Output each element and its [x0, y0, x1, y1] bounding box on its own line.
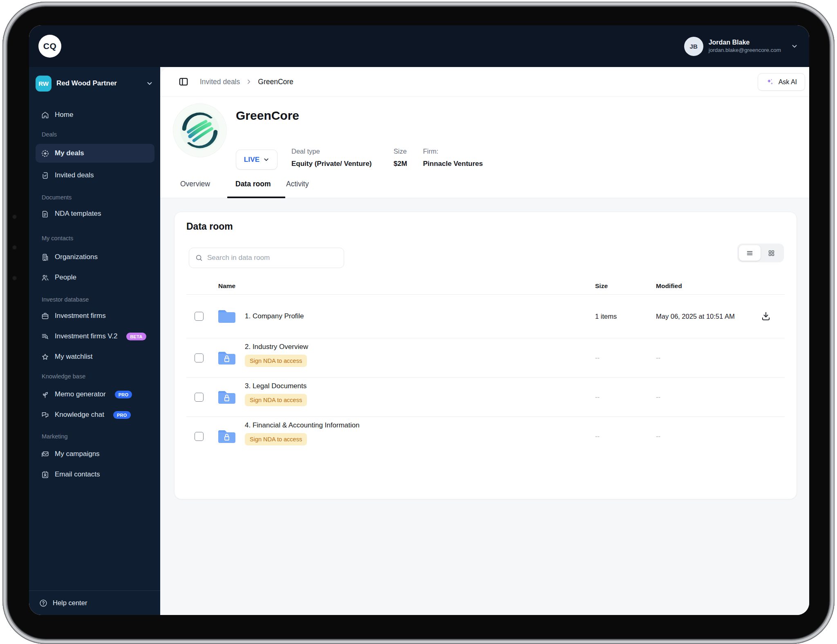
- sidebar-item-nda-templates[interactable]: NDA templates: [36, 204, 154, 223]
- row-size: --: [595, 393, 600, 401]
- tab-activity[interactable]: Activity: [286, 180, 309, 188]
- row-checkbox[interactable]: [195, 432, 204, 441]
- list-search-icon: [41, 332, 49, 341]
- sidebar-item-people[interactable]: People: [36, 268, 154, 287]
- deal-status-dropdown[interactable]: LIVE: [236, 150, 278, 170]
- greencore-logo-icon: [179, 109, 221, 152]
- sidebar-item-label: Invited deals: [55, 171, 94, 179]
- field-label: Size: [394, 147, 407, 156]
- workspace-badge: RW: [36, 76, 51, 92]
- sidebar-section-investor-database: Investor database: [42, 296, 154, 303]
- sidebar-item-label: Investment firms V.2: [55, 332, 117, 340]
- table-row[interactable]: 4. Financial & Accounting Information Si…: [175, 417, 797, 456]
- list-view-button[interactable]: [739, 245, 761, 261]
- download-icon: [761, 311, 771, 322]
- sidebar-item-my-watchlist[interactable]: My watchlist: [36, 347, 154, 366]
- user-menu[interactable]: JB Jordan Blake jordan.blake@greencore.c…: [684, 25, 798, 67]
- row-name[interactable]: 2. Industry Overview: [245, 343, 308, 351]
- app-screen: CQ JB Jordan Blake jordan.blake@greencor…: [29, 25, 809, 615]
- sidebar-section-marketing: Marketing: [42, 433, 154, 440]
- panel-toggle-icon[interactable]: [178, 76, 189, 87]
- table-row[interactable]: 2. Industry Overview Sign NDA to access …: [175, 338, 797, 378]
- side-button: [12, 215, 17, 219]
- field-value: Equity (Private/ Venture): [291, 159, 372, 168]
- download-button[interactable]: [761, 311, 771, 322]
- sidebar-item-label: Investment firms: [55, 312, 106, 320]
- chevron-down-icon: [791, 43, 798, 49]
- row-checkbox[interactable]: [195, 312, 204, 321]
- field-label: Deal type: [291, 147, 372, 156]
- user-name: Jordan Blake: [709, 38, 781, 47]
- sidebar-item-my-deals[interactable]: My deals: [36, 144, 154, 163]
- sidebar-item-my-campaigns[interactable]: My campaigns: [36, 445, 154, 463]
- sidebar-item-email-contacts[interactable]: Email contacts: [36, 465, 154, 484]
- sidebar-item-label: Home: [55, 111, 73, 119]
- workspace-switcher[interactable]: RW Red Wood Partner: [36, 74, 154, 93]
- search-icon: [195, 254, 203, 262]
- grid-view-button[interactable]: [761, 245, 782, 261]
- column-size: Size: [595, 282, 608, 290]
- contact-card-icon: [41, 470, 49, 479]
- row-size: --: [595, 432, 600, 440]
- sidebar-item-label: NDA templates: [55, 210, 101, 218]
- row-name[interactable]: 1. Company Profile: [245, 312, 304, 320]
- folder-icon: [217, 308, 237, 324]
- row-modified: May 06, 2025 at 10:51 AM: [656, 313, 735, 320]
- pro-badge: PRO: [113, 411, 131, 419]
- locked-folder-icon: [217, 428, 237, 445]
- sparkles-icon: [766, 78, 774, 86]
- row-name[interactable]: 4. Financial & Accounting Information: [245, 421, 360, 429]
- breadcrumb-parent[interactable]: Invited deals: [200, 78, 240, 86]
- locked-folder-icon: [217, 350, 237, 366]
- table-row[interactable]: 1. Company Profile 1 items May 06, 2025 …: [175, 294, 797, 338]
- chat-bubbles-icon: [41, 411, 49, 419]
- chevron-down-icon: [263, 157, 269, 163]
- data-room-card: Data room: [174, 212, 797, 499]
- row-name[interactable]: 3. Legal Documents: [245, 382, 307, 390]
- user-email: jordan.blake@greencore.com: [709, 47, 781, 54]
- ask-ai-button[interactable]: Ask AI: [758, 73, 805, 91]
- sidebar-item-invited-deals[interactable]: Invited deals: [36, 166, 154, 185]
- tab-data-room[interactable]: Data room: [235, 180, 271, 188]
- nda-badge: Sign NDA to access: [245, 355, 307, 367]
- row-size: 1 items: [595, 313, 617, 320]
- row-checkbox[interactable]: [195, 393, 204, 402]
- building-icon: [41, 253, 49, 262]
- sidebar-item-help-center[interactable]: Help center: [29, 590, 160, 615]
- sidebar-item-home[interactable]: Home: [36, 105, 154, 124]
- main-content: Invited deals GreenCore Ask AI: [160, 67, 809, 615]
- view-toggle: [737, 244, 784, 262]
- sprout-icon: [41, 390, 49, 399]
- data-room-title: Data room: [186, 221, 233, 232]
- avatar: JB: [684, 37, 703, 56]
- search-input[interactable]: [207, 254, 338, 262]
- sidebar-item-memo-generator[interactable]: Memo generator PRO: [36, 385, 154, 404]
- sidebar-item-label: My campaigns: [55, 450, 100, 458]
- deal-field-firm: Firm: Pinnacle Ventures: [423, 147, 483, 168]
- tab-overview[interactable]: Overview: [180, 180, 210, 188]
- deal-field-size: Size $2M: [394, 147, 407, 168]
- table-row[interactable]: 3. Legal Documents Sign NDA to access --…: [175, 378, 797, 417]
- help-icon: [39, 599, 48, 608]
- app-logo: CQ: [38, 35, 61, 58]
- sidebar-item-label: Help center: [53, 599, 87, 607]
- locked-folder-icon: [217, 389, 237, 405]
- pro-badge: PRO: [115, 391, 132, 398]
- sidebar-item-investment-firms-v2[interactable]: Investment firms V.2 BETA: [36, 327, 154, 346]
- row-checkbox[interactable]: [195, 353, 204, 362]
- deal-header-panel: Invited deals GreenCore Ask AI: [160, 67, 809, 198]
- sidebar-item-knowledge-chat[interactable]: Knowledge chat PRO: [36, 405, 154, 424]
- sidebar: RW Red Wood Partner Home Deals: [29, 67, 160, 615]
- people-icon: [41, 273, 49, 282]
- sidebar-item-label: Knowledge chat: [55, 411, 104, 419]
- row-size: --: [595, 354, 600, 362]
- sidebar-item-label: People: [55, 273, 76, 282]
- sidebar-item-label: Memo generator: [55, 390, 106, 398]
- breadcrumb-bar: Invited deals GreenCore Ask AI: [160, 67, 809, 97]
- sidebar-item-label: Organizations: [55, 253, 98, 261]
- workspace-name: Red Wood Partner: [56, 79, 117, 87]
- field-label: Firm:: [423, 147, 483, 156]
- sidebar-item-investment-firms[interactable]: Investment firms: [36, 306, 154, 325]
- data-room-search[interactable]: [189, 248, 344, 268]
- sidebar-item-organizations[interactable]: Organizations: [36, 248, 154, 266]
